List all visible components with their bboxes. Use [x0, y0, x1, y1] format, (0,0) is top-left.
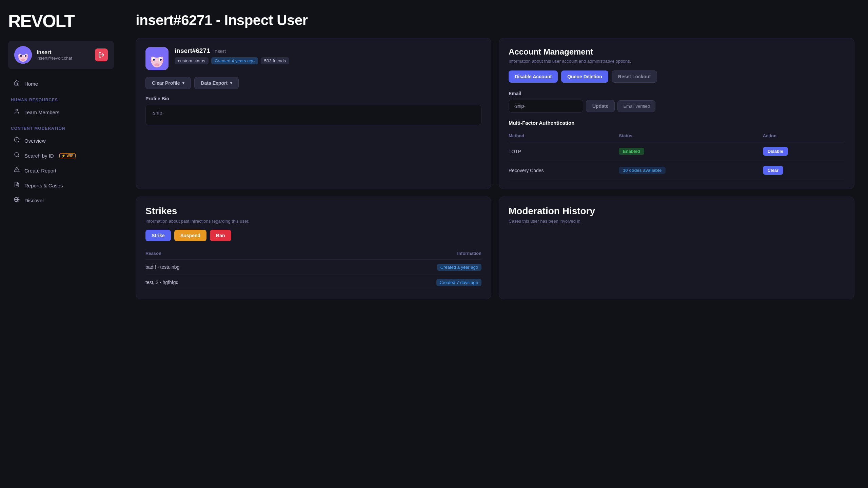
overview-icon — [13, 137, 20, 144]
mod-history-subtitle: Cases this user has been involved in. — [509, 219, 845, 224]
team-members-icon — [13, 108, 20, 116]
account-actions: Disable Account Queue Deletion Reset Loc… — [509, 70, 845, 83]
search-icon — [13, 152, 20, 159]
strike-actions: Strike Suspend Ban — [145, 230, 481, 241]
mfa-status-totp: Enabled — [619, 142, 763, 161]
mfa-col-action: Action — [763, 131, 845, 142]
user-card: insert insert@revolt.chat — [8, 41, 114, 69]
strikes-table: Reason Information bad!! - testuinbg Cre… — [145, 249, 481, 290]
strike-reason-1: bad!! - testuinbg — [145, 260, 290, 275]
strike-button[interactable]: Strike — [145, 230, 171, 241]
clear-profile-button[interactable]: Clear Profile ▾ — [145, 77, 191, 89]
profile-header: insert#6271 insert custom status Created… — [145, 47, 481, 70]
moderation-history-card: Moderation History Cases this user has b… — [499, 197, 854, 299]
profile-tag-created: Created 4 years ago — [211, 57, 258, 64]
mfa-title: Multi-Factor Authentication — [509, 120, 845, 126]
svg-point-4 — [20, 55, 22, 57]
sidebar-item-search[interactable]: Search by ID ⚡ WIP — [8, 148, 114, 163]
queue-deletion-button[interactable]: Queue Deletion — [561, 70, 608, 83]
sidebar-item-create-report-label: Create Report — [24, 168, 56, 174]
user-info: insert insert@revolt.chat — [37, 49, 90, 61]
profile-avatar — [145, 47, 169, 70]
sidebar-item-overview[interactable]: Overview — [8, 134, 114, 148]
content-grid: insert#6271 insert custom status Created… — [136, 38, 854, 299]
profile-username: insert#6271 — [175, 47, 210, 55]
user-name: insert — [37, 49, 90, 56]
profile-name-row: insert#6271 insert — [175, 47, 481, 55]
strike-info-1: Created a year ago — [290, 260, 481, 275]
sidebar-item-team-label: Team Members — [24, 109, 59, 115]
main-content: insert#6271 - Inspect User — [122, 0, 868, 488]
user-email: insert@revolt.chat — [37, 56, 90, 61]
strike-row-2: test, 2 - hgfhfgd Created 7 days ago — [145, 275, 481, 290]
strikes-col-reason: Reason — [145, 249, 290, 260]
profile-tags: custom status Created 4 years ago 503 fr… — [175, 57, 481, 64]
email-label: Email — [509, 91, 845, 96]
account-management-card: Account Management Information about thi… — [499, 38, 854, 189]
sidebar-item-home[interactable]: Home — [8, 77, 114, 91]
sidebar-item-discover-label: Discover — [24, 198, 44, 203]
mfa-method-recovery: Recovery Codes — [509, 161, 619, 180]
reports-icon — [13, 182, 20, 189]
strike-row-1: bad!! - testuinbg Created a year ago — [145, 260, 481, 275]
strike-reason-2: test, 2 - hgfhfgd — [145, 275, 290, 290]
ban-button[interactable]: Ban — [210, 230, 231, 241]
bio-label: Profile Bio — [145, 96, 481, 101]
email-input[interactable] — [509, 100, 583, 113]
report-icon — [13, 167, 20, 174]
sidebar-item-reports-label: Reports & Cases — [24, 183, 63, 188]
mfa-table: Method Status Action TOTP Enabled — [509, 131, 845, 180]
mfa-row-totp: TOTP Enabled Disable — [509, 142, 845, 161]
mfa-action-totp: Disable — [763, 142, 845, 161]
mod-history-title: Moderation History — [509, 206, 845, 217]
account-mgmt-title: Account Management — [509, 47, 845, 57]
profile-display-name: insert — [214, 48, 226, 54]
email-section: Email Update Email verified — [509, 91, 845, 113]
section-label-hr: Human Resources — [11, 98, 114, 102]
strikes-card: Strikes Information about past infractio… — [136, 197, 491, 299]
profile-card: insert#6271 insert custom status Created… — [136, 38, 491, 189]
clear-profile-chevron: ▾ — [182, 81, 184, 85]
reset-lockout-button[interactable]: Reset Lockout — [612, 70, 657, 83]
page-title: insert#6271 - Inspect User — [136, 12, 854, 28]
update-email-button[interactable]: Update — [586, 100, 615, 112]
suspend-button[interactable]: Suspend — [174, 230, 206, 241]
mfa-status-recovery: 10 codes available — [619, 161, 763, 180]
svg-point-8 — [18, 56, 20, 57]
svg-line-16 — [18, 156, 19, 157]
sidebar-item-create-report[interactable]: Create Report — [8, 163, 114, 178]
home-icon — [13, 80, 20, 87]
svg-point-31 — [151, 60, 153, 62]
svg-point-11 — [16, 109, 18, 111]
mfa-action-recovery: Clear — [763, 161, 845, 180]
email-row: Update Email verified — [509, 100, 845, 113]
mfa-col-status: Status — [619, 131, 763, 142]
mfa-section: Multi-Factor Authentication Method Statu… — [509, 120, 845, 180]
mfa-row-recovery: Recovery Codes 10 codes available Clear — [509, 161, 845, 180]
mfa-col-method: Method — [509, 131, 619, 142]
strikes-subtitle: Information about past infractions regar… — [145, 219, 481, 224]
sidebar-item-reports-cases[interactable]: Reports & Cases — [8, 178, 114, 192]
disable-account-button[interactable]: Disable Account — [509, 70, 558, 83]
svg-point-32 — [161, 60, 163, 62]
profile-info: insert#6271 insert custom status Created… — [175, 47, 481, 64]
sidebar-item-home-label: Home — [24, 81, 38, 87]
sidebar-item-search-label: Search by ID — [24, 153, 54, 159]
disable-totp-button[interactable]: Disable — [763, 147, 788, 156]
bio-box: -snip- — [145, 105, 481, 125]
strike-info-badge-2: Created 7 days ago — [436, 279, 481, 286]
mfa-method-totp: TOTP — [509, 142, 619, 161]
sidebar: REVOLT insert insert@revolt.chat — [0, 0, 122, 488]
clear-recovery-button[interactable]: Clear — [763, 166, 784, 175]
svg-point-9 — [26, 56, 28, 57]
profile-tag-friends: 503 friends — [261, 57, 289, 64]
data-export-chevron: ▾ — [230, 81, 232, 85]
logout-button[interactable] — [95, 48, 108, 61]
profile-tag-status: custom status — [175, 57, 209, 64]
sidebar-item-discover[interactable]: Discover — [8, 193, 114, 207]
account-mgmt-subtitle: Information about this user account and … — [509, 59, 845, 64]
sidebar-item-team-members[interactable]: Team Members — [8, 105, 114, 119]
strike-info-badge-1: Created a year ago — [437, 264, 481, 271]
sidebar-item-overview-label: Overview — [24, 138, 46, 144]
data-export-button[interactable]: Data Export ▾ — [194, 77, 239, 89]
